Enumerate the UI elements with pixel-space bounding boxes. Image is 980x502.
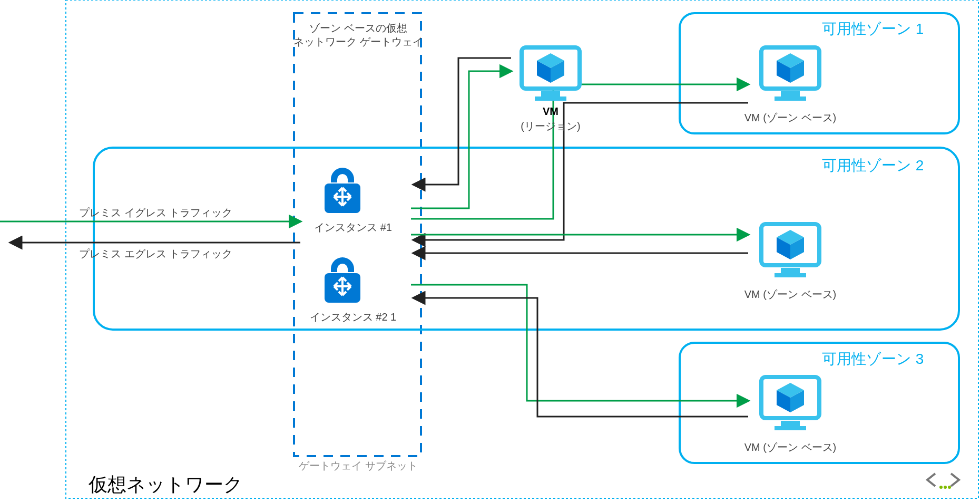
instance-1-label: インスタンス #1 [314,220,392,235]
zone-1-title: 可用性ゾーン 1 [822,19,924,39]
vm-region-subtitle: (リージョン) [521,119,580,133]
virtual-network-title: 仮想ネットワーク [89,472,243,498]
zone-3-title: 可用性ゾーン 3 [822,349,924,369]
svg-rect-1 [294,13,421,456]
gateway-instance-1-icon [325,168,360,213]
vm-region-title: VM [543,105,558,118]
gateway-box-line2: ネットワーク ゲートウェイ [293,35,423,49]
svg-point-7 [948,486,951,489]
gateway-instance-2-icon [325,257,360,303]
gateway-box-line1: ゾーン ベースの仮想 [309,21,407,35]
gateway-subnet-label: ゲートウェイ サブネット [299,459,418,473]
vm-zone1-label: VM (ゾーン ベース) [744,111,836,125]
diagram-stage: ゾーン ベースの仮想 ネットワーク ゲートウェイ インスタンス #1 インスタン… [0,0,980,502]
zone-2-title: 可用性ゾーン 2 [822,156,924,176]
vm-zone3-icon [761,377,819,430]
egress-traffic-label: プレミス エグレス トラフィック [79,247,232,261]
vm-zone2-label: VM (ゾーン ベース) [744,287,836,302]
svg-point-5 [939,486,943,489]
svg-point-6 [944,486,947,489]
vm-zone3-label: VM (ゾーン ベース) [744,440,836,455]
vm-region-icon [522,47,580,101]
vm-zone2-icon [761,224,819,277]
vm-zone1-icon [761,47,819,101]
ingress-traffic-label: プレミス イグレス トラフィック [79,206,232,220]
instance-2-label: インスタンス #2 1 [310,310,396,324]
